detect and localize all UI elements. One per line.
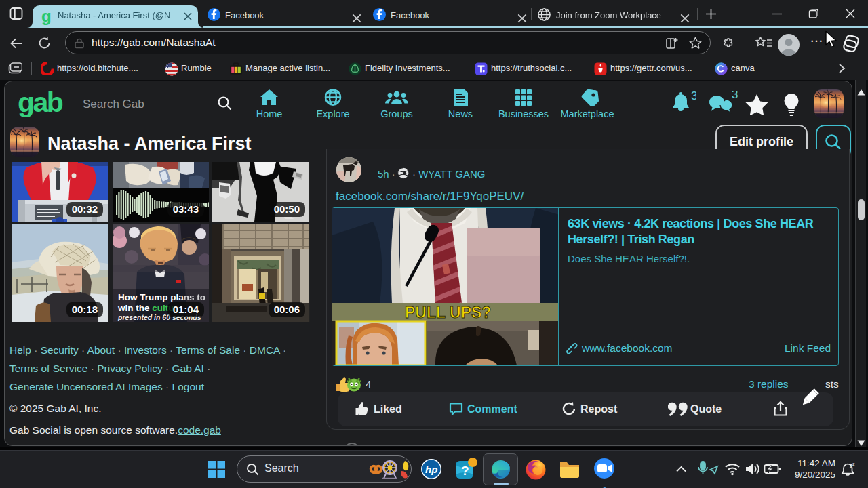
svg-text:?: ? [461,464,469,478]
svg-text:z: z [852,462,855,466]
svg-text:3: 3 [732,92,738,101]
svg-text:hp: hp [425,464,437,475]
svg-text:3: 3 [691,92,696,102]
svg-text:PULL UPS?: PULL UPS? [405,304,491,321]
